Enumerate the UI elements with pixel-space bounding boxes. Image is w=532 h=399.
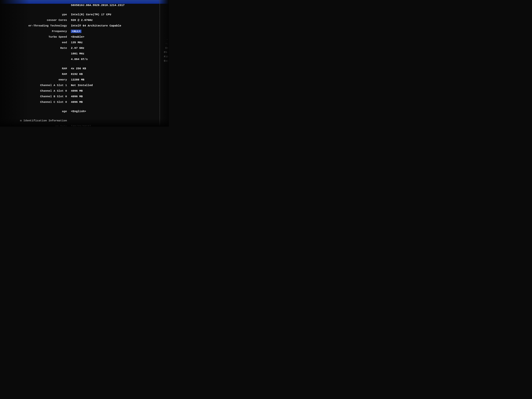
rate-value: 4.864 GT/s bbox=[71, 58, 160, 63]
version-value: S0X5810J.86A.5529.2010.1214.2317 bbox=[71, 4, 160, 9]
help-f9: F9- bbox=[160, 50, 168, 54]
language-value[interactable]: <English> bbox=[71, 110, 160, 115]
turbo-value: 2.97 GHz bbox=[71, 47, 160, 52]
rate-label: Rate bbox=[0, 47, 71, 52]
ch-a0-value: 4096 MB bbox=[71, 89, 160, 95]
hyperthreading-label: er-Threading Technology bbox=[0, 24, 71, 30]
version-label-cell bbox=[0, 4, 71, 9]
help-esc: Esc bbox=[160, 59, 168, 63]
memory-label: RAM bbox=[0, 67, 71, 73]
language-label: age bbox=[0, 110, 71, 115]
cpu-line2-value: 920 @ 2.67GHz bbox=[71, 19, 160, 24]
ch-b0-value: 4096 MB bbox=[71, 95, 160, 101]
all-highlight[interactable]: <ALL> bbox=[71, 30, 81, 33]
ch-c0-value: 4096 MB bbox=[71, 101, 160, 106]
help-column: ← ↑↓ En F9- F10 Esc bbox=[160, 37, 168, 63]
l2-label bbox=[0, 52, 71, 58]
cpu-line1-value: Intel(R) Core(TM) i7 CPU bbox=[71, 13, 160, 19]
help-enter: En bbox=[160, 46, 168, 50]
turbo-speed-label: Turbo Speed bbox=[0, 35, 71, 41]
total-mem-label: emory bbox=[0, 78, 71, 84]
cpu-line3-value: Intel® 64 Architecture Capable bbox=[71, 24, 160, 30]
ch-a1-label: RAM bbox=[0, 73, 71, 78]
sys-id-label: m Identification Information bbox=[0, 119, 71, 125]
sys-id-value bbox=[71, 119, 160, 125]
ch-b0-label: Channel B Slot 0 bbox=[0, 95, 71, 101]
sys-date-label: em Date bbox=[0, 125, 71, 127]
total-mem-value: 12288 MB bbox=[71, 78, 160, 84]
l2-value: 4x 256 KB bbox=[71, 67, 160, 73]
ch-c0-label: Channel C Slot 0 bbox=[0, 101, 71, 106]
speed-value: 1081 MHz bbox=[71, 52, 160, 58]
l3-label bbox=[0, 58, 71, 63]
sys-date-value[interactable]: [09/15/2018] bbox=[71, 125, 160, 127]
bios-screen: S0X5810J.86A.5529.2010.1214.2317 ype Int… bbox=[0, 0, 169, 127]
vignette-right bbox=[158, 0, 169, 127]
ch-a0-label: Channel A Slot 0 bbox=[0, 89, 71, 95]
all-value[interactable]: <ALL> bbox=[71, 30, 160, 35]
top-bar bbox=[0, 0, 169, 4]
base-freq-label: Frequency bbox=[0, 30, 71, 35]
l3-value: 8192 KB bbox=[71, 73, 160, 78]
processor-cores-label: cessor Cores bbox=[0, 19, 71, 24]
bios-content-table: S0X5810J.86A.5529.2010.1214.2317 ype Int… bbox=[0, 4, 160, 127]
right-border bbox=[160, 0, 160, 127]
ch-a1-slot-label: Channel A Slot 1 bbox=[0, 84, 71, 89]
base-freq-value: 135 MHz bbox=[71, 41, 160, 47]
help-ud: ↑↓ bbox=[160, 42, 168, 46]
speed-label: eed bbox=[0, 41, 71, 47]
cpu-type-label: ype bbox=[0, 13, 71, 19]
enable-value[interactable]: <Enable> bbox=[71, 35, 160, 41]
help-arrow: ← bbox=[160, 37, 168, 42]
not-installed-value: Not Installed bbox=[71, 84, 160, 89]
help-f10: F10 bbox=[160, 55, 168, 59]
